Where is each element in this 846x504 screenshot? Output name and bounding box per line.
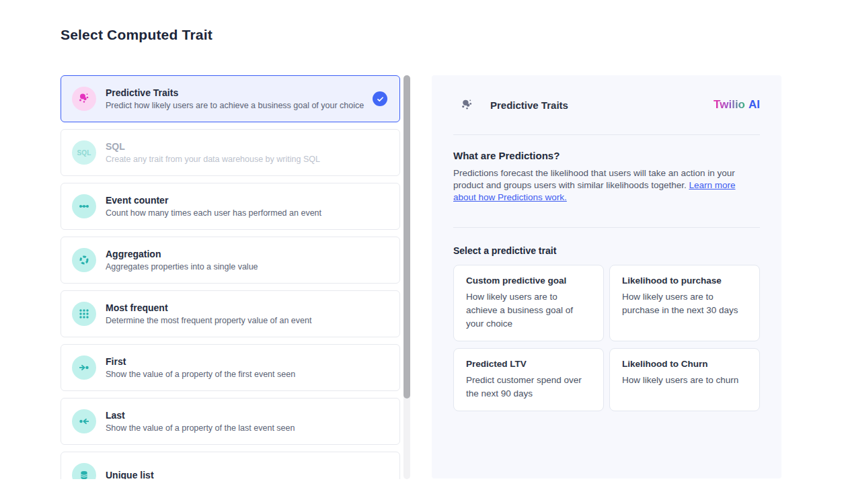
last-icon [72,409,96,433]
card-description: Predict customer spend over the next 90 … [466,374,591,401]
about-heading: What are Predictions? [453,150,760,161]
trait-option-predictive-traits[interactable]: Predictive Traits Predict how likely use… [61,75,400,122]
card-description: How likely users are to achieve a busine… [466,290,591,331]
trait-option-event-counter[interactable]: Event counter Count how many times each … [61,183,400,230]
sql-icon: SQL [72,140,96,165]
card-title: Custom predictive goal [466,276,591,286]
aggregation-icon [72,248,96,272]
trait-description: Create any trait from your data warehous… [106,154,320,165]
card-description: How likely users are to purchase in the … [622,290,747,317]
trait-title: SQL [106,140,320,153]
select-trait-heading: Select a predictive trait [453,245,760,256]
select-predictive-trait-section: Select a predictive trait Custom predict… [432,228,781,411]
trait-description: Aggregates properties into a single valu… [106,261,258,273]
trait-description: Predict how likely users are to achieve … [106,100,364,112]
ai-wordmark: AI [748,98,760,111]
card-title: Predicted LTV [466,359,591,369]
trait-title: Event counter [106,194,321,206]
event-counter-icon [72,194,96,218]
trait-type-list: Predictive Traits Predict how likely use… [61,75,400,479]
card-title: Likelihood to purchase [622,276,747,286]
trait-option-sql: SQL SQL Create any trait from your data … [61,129,400,176]
first-icon [72,355,96,380]
card-description: How likely users are to churn [622,374,747,387]
trait-option-most-frequent[interactable]: Most frequent Determine the most frequen… [61,290,400,337]
predictive-traits-detail-panel: Predictive Traits TwilioAI What are Pred… [432,75,781,478]
trait-title: Unique list [106,469,154,479]
predictive-trait-card-custom-goal[interactable]: Custom predictive goal How likely users … [453,265,604,341]
predictive-trait-card-likelihood-to-churn[interactable]: Likelihood to Churn How likely users are… [609,348,760,411]
unique-list-icon [72,463,96,479]
trait-title: Aggregation [106,248,258,260]
trait-option-aggregation[interactable]: Aggregation Aggregates properties into a… [61,237,400,284]
trait-title: Predictive Traits [106,87,364,99]
trait-description: Show the value of a property of the last… [106,423,295,434]
trait-title: First [106,355,295,368]
trait-description: Determine the most frequent property val… [106,315,311,327]
most-frequent-icon [72,302,96,326]
predictive-traits-icon [72,87,96,111]
detail-panel-title: Predictive Traits [490,99,568,111]
trait-title: Last [106,409,295,421]
card-title: Likelihood to Churn [622,359,747,369]
trait-description: Show the value of a property of the firs… [106,369,295,380]
trait-description: Count how many times each user has perfo… [106,208,321,219]
trait-option-first[interactable]: First Show the value of a property of th… [61,344,400,391]
predictive-trait-card-likelihood-to-purchase[interactable]: Likelihood to purchase How likely users … [609,265,760,341]
list-scrollbar [403,75,410,479]
predictive-trait-card-predicted-ltv[interactable]: Predicted LTV Predict customer spend ove… [453,348,604,411]
trait-option-last[interactable]: Last Show the value of a property of the… [61,398,400,445]
trait-title: Most frequent [106,302,311,314]
predictive-traits-header-icon [460,98,474,112]
predictive-trait-grid: Custom predictive goal How likely users … [453,265,760,411]
selected-check-icon [373,91,387,106]
page-title: Select Computed Trait [61,27,213,43]
detail-panel-header: Predictive Traits TwilioAI [432,75,781,134]
list-scrollbar-thumb[interactable] [403,75,410,398]
trait-option-unique-list[interactable]: Unique list [61,452,400,479]
about-body: Predictions forecast the likelihood that… [453,167,760,204]
twilio-ai-logo: TwilioAI [714,98,760,112]
about-predictions-section: What are Predictions? Predictions foreca… [432,135,781,227]
twilio-wordmark: Twilio [714,98,745,111]
